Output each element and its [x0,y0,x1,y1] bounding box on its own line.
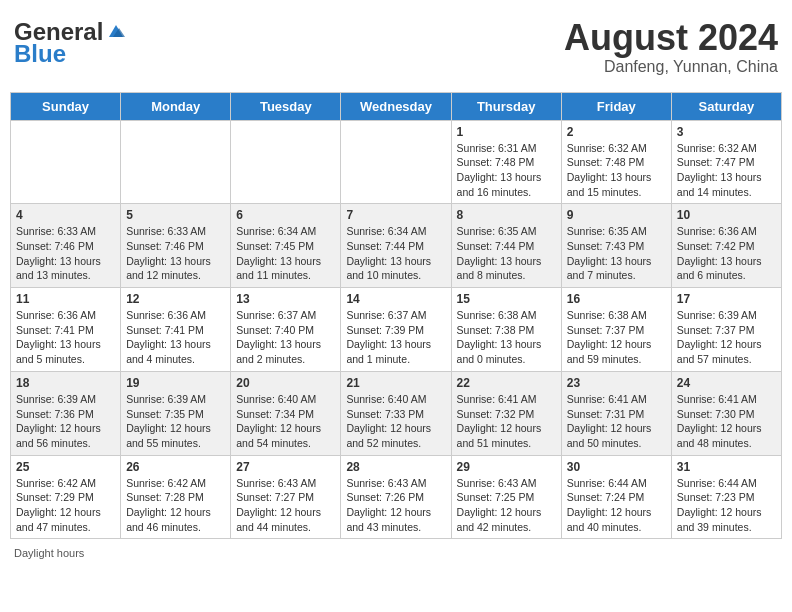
calendar-day-cell: 29Sunrise: 6:43 AM Sunset: 7:25 PM Dayli… [451,455,561,539]
day-info: Sunrise: 6:40 AM Sunset: 7:34 PM Dayligh… [236,392,335,451]
calendar-day-cell: 4Sunrise: 6:33 AM Sunset: 7:46 PM Daylig… [11,204,121,288]
calendar-day-header: Friday [561,92,671,120]
day-info: Sunrise: 6:32 AM Sunset: 7:48 PM Dayligh… [567,141,666,200]
day-info: Sunrise: 6:43 AM Sunset: 7:25 PM Dayligh… [457,476,556,535]
logo-icon [105,23,127,41]
day-info: Sunrise: 6:42 AM Sunset: 7:29 PM Dayligh… [16,476,115,535]
day-number: 19 [126,376,225,390]
daylight-label: Daylight hours [14,547,84,559]
day-number: 28 [346,460,445,474]
day-number: 23 [567,376,666,390]
page-title: August 2024 [564,18,778,58]
day-number: 1 [457,125,556,139]
day-info: Sunrise: 6:35 AM Sunset: 7:43 PM Dayligh… [567,224,666,283]
day-info: Sunrise: 6:40 AM Sunset: 7:33 PM Dayligh… [346,392,445,451]
page-header: General Blue August 2024 Danfeng, Yunnan… [10,10,782,84]
calendar-day-cell [231,120,341,204]
calendar-day-cell: 8Sunrise: 6:35 AM Sunset: 7:44 PM Daylig… [451,204,561,288]
day-info: Sunrise: 6:39 AM Sunset: 7:35 PM Dayligh… [126,392,225,451]
day-number: 15 [457,292,556,306]
calendar-day-cell: 25Sunrise: 6:42 AM Sunset: 7:29 PM Dayli… [11,455,121,539]
calendar-day-header: Monday [121,92,231,120]
calendar-day-cell: 13Sunrise: 6:37 AM Sunset: 7:40 PM Dayli… [231,288,341,372]
day-number: 11 [16,292,115,306]
calendar-day-cell: 9Sunrise: 6:35 AM Sunset: 7:43 PM Daylig… [561,204,671,288]
day-info: Sunrise: 6:34 AM Sunset: 7:45 PM Dayligh… [236,224,335,283]
day-number: 24 [677,376,776,390]
page-subtitle: Danfeng, Yunnan, China [564,58,778,76]
calendar-day-cell: 5Sunrise: 6:33 AM Sunset: 7:46 PM Daylig… [121,204,231,288]
day-number: 29 [457,460,556,474]
title-block: August 2024 Danfeng, Yunnan, China [564,18,778,76]
day-info: Sunrise: 6:36 AM Sunset: 7:42 PM Dayligh… [677,224,776,283]
day-number: 5 [126,208,225,222]
calendar-day-header: Thursday [451,92,561,120]
day-number: 10 [677,208,776,222]
calendar-week-row: 4Sunrise: 6:33 AM Sunset: 7:46 PM Daylig… [11,204,782,288]
day-number: 6 [236,208,335,222]
calendar-week-row: 11Sunrise: 6:36 AM Sunset: 7:41 PM Dayli… [11,288,782,372]
calendar-day-cell: 17Sunrise: 6:39 AM Sunset: 7:37 PM Dayli… [671,288,781,372]
calendar-week-row: 25Sunrise: 6:42 AM Sunset: 7:29 PM Dayli… [11,455,782,539]
day-number: 25 [16,460,115,474]
logo: General Blue [14,18,127,68]
day-info: Sunrise: 6:43 AM Sunset: 7:26 PM Dayligh… [346,476,445,535]
day-info: Sunrise: 6:36 AM Sunset: 7:41 PM Dayligh… [126,308,225,367]
day-number: 7 [346,208,445,222]
calendar-day-cell: 23Sunrise: 6:41 AM Sunset: 7:31 PM Dayli… [561,371,671,455]
calendar-day-cell: 3Sunrise: 6:32 AM Sunset: 7:47 PM Daylig… [671,120,781,204]
calendar-day-header: Saturday [671,92,781,120]
calendar-day-cell: 27Sunrise: 6:43 AM Sunset: 7:27 PM Dayli… [231,455,341,539]
day-number: 17 [677,292,776,306]
calendar-day-cell [11,120,121,204]
day-number: 13 [236,292,335,306]
day-number: 26 [126,460,225,474]
calendar-day-cell: 22Sunrise: 6:41 AM Sunset: 7:32 PM Dayli… [451,371,561,455]
logo-blue: Blue [14,40,66,68]
day-info: Sunrise: 6:41 AM Sunset: 7:30 PM Dayligh… [677,392,776,451]
day-number: 31 [677,460,776,474]
day-info: Sunrise: 6:41 AM Sunset: 7:31 PM Dayligh… [567,392,666,451]
day-number: 21 [346,376,445,390]
day-number: 30 [567,460,666,474]
calendar-day-cell: 11Sunrise: 6:36 AM Sunset: 7:41 PM Dayli… [11,288,121,372]
calendar-day-cell [341,120,451,204]
day-info: Sunrise: 6:43 AM Sunset: 7:27 PM Dayligh… [236,476,335,535]
calendar-day-cell: 28Sunrise: 6:43 AM Sunset: 7:26 PM Dayli… [341,455,451,539]
day-info: Sunrise: 6:44 AM Sunset: 7:24 PM Dayligh… [567,476,666,535]
calendar-day-cell: 2Sunrise: 6:32 AM Sunset: 7:48 PM Daylig… [561,120,671,204]
calendar-day-cell: 31Sunrise: 6:44 AM Sunset: 7:23 PM Dayli… [671,455,781,539]
day-number: 3 [677,125,776,139]
day-info: Sunrise: 6:39 AM Sunset: 7:36 PM Dayligh… [16,392,115,451]
calendar-header-row: SundayMondayTuesdayWednesdayThursdayFrid… [11,92,782,120]
day-info: Sunrise: 6:38 AM Sunset: 7:37 PM Dayligh… [567,308,666,367]
day-info: Sunrise: 6:37 AM Sunset: 7:39 PM Dayligh… [346,308,445,367]
day-info: Sunrise: 6:33 AM Sunset: 7:46 PM Dayligh… [126,224,225,283]
calendar-day-header: Sunday [11,92,121,120]
day-number: 14 [346,292,445,306]
day-info: Sunrise: 6:38 AM Sunset: 7:38 PM Dayligh… [457,308,556,367]
day-info: Sunrise: 6:41 AM Sunset: 7:32 PM Dayligh… [457,392,556,451]
day-number: 2 [567,125,666,139]
day-number: 9 [567,208,666,222]
day-number: 27 [236,460,335,474]
day-number: 18 [16,376,115,390]
day-info: Sunrise: 6:36 AM Sunset: 7:41 PM Dayligh… [16,308,115,367]
day-number: 8 [457,208,556,222]
day-info: Sunrise: 6:44 AM Sunset: 7:23 PM Dayligh… [677,476,776,535]
calendar-table: SundayMondayTuesdayWednesdayThursdayFrid… [10,92,782,540]
day-number: 4 [16,208,115,222]
calendar-day-cell: 10Sunrise: 6:36 AM Sunset: 7:42 PM Dayli… [671,204,781,288]
calendar-day-header: Wednesday [341,92,451,120]
calendar-day-cell: 6Sunrise: 6:34 AM Sunset: 7:45 PM Daylig… [231,204,341,288]
calendar-day-cell: 15Sunrise: 6:38 AM Sunset: 7:38 PM Dayli… [451,288,561,372]
day-number: 20 [236,376,335,390]
day-info: Sunrise: 6:31 AM Sunset: 7:48 PM Dayligh… [457,141,556,200]
day-info: Sunrise: 6:32 AM Sunset: 7:47 PM Dayligh… [677,141,776,200]
day-info: Sunrise: 6:39 AM Sunset: 7:37 PM Dayligh… [677,308,776,367]
calendar-day-cell: 24Sunrise: 6:41 AM Sunset: 7:30 PM Dayli… [671,371,781,455]
calendar-day-cell: 19Sunrise: 6:39 AM Sunset: 7:35 PM Dayli… [121,371,231,455]
calendar-week-row: 1Sunrise: 6:31 AM Sunset: 7:48 PM Daylig… [11,120,782,204]
calendar-day-cell: 20Sunrise: 6:40 AM Sunset: 7:34 PM Dayli… [231,371,341,455]
day-info: Sunrise: 6:35 AM Sunset: 7:44 PM Dayligh… [457,224,556,283]
